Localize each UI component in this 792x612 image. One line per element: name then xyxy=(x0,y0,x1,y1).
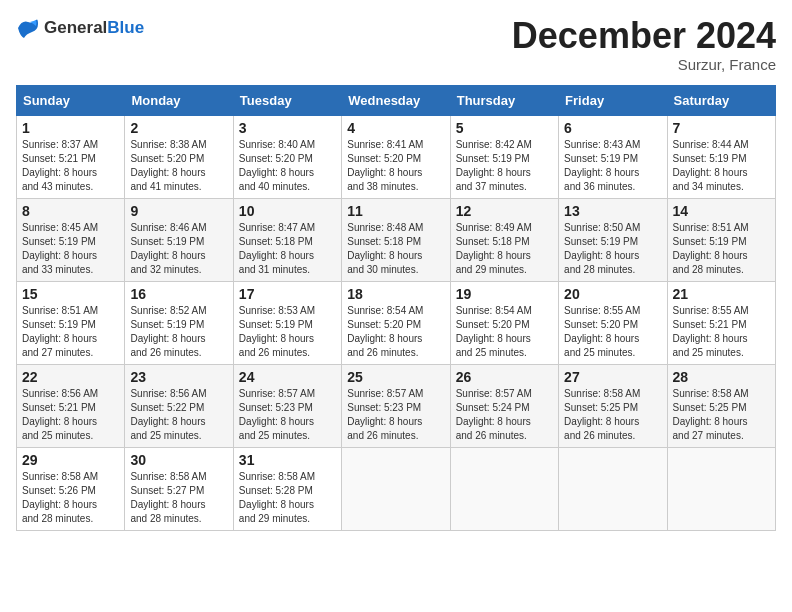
weekday-header-cell: Wednesday xyxy=(342,85,450,115)
day-detail: Sunrise: 8:41 AM Sunset: 5:20 PM Dayligh… xyxy=(347,138,444,194)
day-number: 28 xyxy=(673,369,770,385)
day-cell: 12Sunrise: 8:49 AM Sunset: 5:18 PM Dayli… xyxy=(450,198,558,281)
weekday-header-cell: Saturday xyxy=(667,85,775,115)
calendar-title-area: December 2024 Surzur, France xyxy=(512,16,776,73)
day-cell: 30Sunrise: 8:58 AM Sunset: 5:27 PM Dayli… xyxy=(125,447,233,530)
day-detail: Sunrise: 8:58 AM Sunset: 5:25 PM Dayligh… xyxy=(564,387,661,443)
day-number: 9 xyxy=(130,203,227,219)
calendar-table: SundayMondayTuesdayWednesdayThursdayFrid… xyxy=(16,85,776,531)
day-detail: Sunrise: 8:57 AM Sunset: 5:24 PM Dayligh… xyxy=(456,387,553,443)
day-detail: Sunrise: 8:46 AM Sunset: 5:19 PM Dayligh… xyxy=(130,221,227,277)
day-detail: Sunrise: 8:57 AM Sunset: 5:23 PM Dayligh… xyxy=(239,387,336,443)
day-cell: 31Sunrise: 8:58 AM Sunset: 5:28 PM Dayli… xyxy=(233,447,341,530)
day-detail: Sunrise: 8:53 AM Sunset: 5:19 PM Dayligh… xyxy=(239,304,336,360)
day-cell: 27Sunrise: 8:58 AM Sunset: 5:25 PM Dayli… xyxy=(559,364,667,447)
day-detail: Sunrise: 8:51 AM Sunset: 5:19 PM Dayligh… xyxy=(673,221,770,277)
month-title: December 2024 xyxy=(512,16,776,56)
day-detail: Sunrise: 8:48 AM Sunset: 5:18 PM Dayligh… xyxy=(347,221,444,277)
day-detail: Sunrise: 8:43 AM Sunset: 5:19 PM Dayligh… xyxy=(564,138,661,194)
calendar-week-row: 29Sunrise: 8:58 AM Sunset: 5:26 PM Dayli… xyxy=(17,447,776,530)
day-number: 6 xyxy=(564,120,661,136)
day-number: 4 xyxy=(347,120,444,136)
day-cell: 6Sunrise: 8:43 AM Sunset: 5:19 PM Daylig… xyxy=(559,115,667,198)
day-number: 3 xyxy=(239,120,336,136)
day-cell: 7Sunrise: 8:44 AM Sunset: 5:19 PM Daylig… xyxy=(667,115,775,198)
day-cell: 28Sunrise: 8:58 AM Sunset: 5:25 PM Dayli… xyxy=(667,364,775,447)
day-cell: 11Sunrise: 8:48 AM Sunset: 5:18 PM Dayli… xyxy=(342,198,450,281)
day-cell: 16Sunrise: 8:52 AM Sunset: 5:19 PM Dayli… xyxy=(125,281,233,364)
day-cell: 5Sunrise: 8:42 AM Sunset: 5:19 PM Daylig… xyxy=(450,115,558,198)
day-detail: Sunrise: 8:42 AM Sunset: 5:19 PM Dayligh… xyxy=(456,138,553,194)
day-number: 13 xyxy=(564,203,661,219)
day-cell: 10Sunrise: 8:47 AM Sunset: 5:18 PM Dayli… xyxy=(233,198,341,281)
logo-general: GeneralBlue xyxy=(44,18,144,38)
day-cell: 25Sunrise: 8:57 AM Sunset: 5:23 PM Dayli… xyxy=(342,364,450,447)
empty-cell xyxy=(342,447,450,530)
weekday-header-cell: Thursday xyxy=(450,85,558,115)
day-cell: 15Sunrise: 8:51 AM Sunset: 5:19 PM Dayli… xyxy=(17,281,125,364)
day-number: 16 xyxy=(130,286,227,302)
weekday-header-cell: Monday xyxy=(125,85,233,115)
day-number: 11 xyxy=(347,203,444,219)
day-number: 22 xyxy=(22,369,119,385)
day-cell: 4Sunrise: 8:41 AM Sunset: 5:20 PM Daylig… xyxy=(342,115,450,198)
location-title: Surzur, France xyxy=(512,56,776,73)
day-number: 25 xyxy=(347,369,444,385)
empty-cell xyxy=(667,447,775,530)
day-cell: 24Sunrise: 8:57 AM Sunset: 5:23 PM Dayli… xyxy=(233,364,341,447)
day-detail: Sunrise: 8:56 AM Sunset: 5:22 PM Dayligh… xyxy=(130,387,227,443)
day-number: 5 xyxy=(456,120,553,136)
day-number: 19 xyxy=(456,286,553,302)
day-number: 10 xyxy=(239,203,336,219)
day-number: 29 xyxy=(22,452,119,468)
day-detail: Sunrise: 8:49 AM Sunset: 5:18 PM Dayligh… xyxy=(456,221,553,277)
day-cell: 22Sunrise: 8:56 AM Sunset: 5:21 PM Dayli… xyxy=(17,364,125,447)
day-cell: 9Sunrise: 8:46 AM Sunset: 5:19 PM Daylig… xyxy=(125,198,233,281)
day-number: 20 xyxy=(564,286,661,302)
page-header: GeneralBlue December 2024 Surzur, France xyxy=(16,16,776,73)
day-detail: Sunrise: 8:37 AM Sunset: 5:21 PM Dayligh… xyxy=(22,138,119,194)
day-number: 27 xyxy=(564,369,661,385)
day-number: 26 xyxy=(456,369,553,385)
calendar-week-row: 8Sunrise: 8:45 AM Sunset: 5:19 PM Daylig… xyxy=(17,198,776,281)
weekday-header-cell: Sunday xyxy=(17,85,125,115)
day-detail: Sunrise: 8:51 AM Sunset: 5:19 PM Dayligh… xyxy=(22,304,119,360)
day-detail: Sunrise: 8:52 AM Sunset: 5:19 PM Dayligh… xyxy=(130,304,227,360)
day-detail: Sunrise: 8:58 AM Sunset: 5:25 PM Dayligh… xyxy=(673,387,770,443)
day-number: 18 xyxy=(347,286,444,302)
weekday-header-cell: Tuesday xyxy=(233,85,341,115)
calendar-week-row: 22Sunrise: 8:56 AM Sunset: 5:21 PM Dayli… xyxy=(17,364,776,447)
day-cell: 1Sunrise: 8:37 AM Sunset: 5:21 PM Daylig… xyxy=(17,115,125,198)
day-cell: 26Sunrise: 8:57 AM Sunset: 5:24 PM Dayli… xyxy=(450,364,558,447)
day-cell: 21Sunrise: 8:55 AM Sunset: 5:21 PM Dayli… xyxy=(667,281,775,364)
day-detail: Sunrise: 8:40 AM Sunset: 5:20 PM Dayligh… xyxy=(239,138,336,194)
day-cell: 29Sunrise: 8:58 AM Sunset: 5:26 PM Dayli… xyxy=(17,447,125,530)
day-detail: Sunrise: 8:56 AM Sunset: 5:21 PM Dayligh… xyxy=(22,387,119,443)
day-number: 31 xyxy=(239,452,336,468)
empty-cell xyxy=(559,447,667,530)
weekday-header-row: SundayMondayTuesdayWednesdayThursdayFrid… xyxy=(17,85,776,115)
calendar-body: 1Sunrise: 8:37 AM Sunset: 5:21 PM Daylig… xyxy=(17,115,776,530)
day-detail: Sunrise: 8:58 AM Sunset: 5:27 PM Dayligh… xyxy=(130,470,227,526)
day-cell: 19Sunrise: 8:54 AM Sunset: 5:20 PM Dayli… xyxy=(450,281,558,364)
day-cell: 18Sunrise: 8:54 AM Sunset: 5:20 PM Dayli… xyxy=(342,281,450,364)
day-detail: Sunrise: 8:58 AM Sunset: 5:26 PM Dayligh… xyxy=(22,470,119,526)
day-cell: 14Sunrise: 8:51 AM Sunset: 5:19 PM Dayli… xyxy=(667,198,775,281)
day-detail: Sunrise: 8:58 AM Sunset: 5:28 PM Dayligh… xyxy=(239,470,336,526)
day-cell: 20Sunrise: 8:55 AM Sunset: 5:20 PM Dayli… xyxy=(559,281,667,364)
day-number: 7 xyxy=(673,120,770,136)
day-number: 12 xyxy=(456,203,553,219)
day-number: 15 xyxy=(22,286,119,302)
day-number: 14 xyxy=(673,203,770,219)
day-number: 23 xyxy=(130,369,227,385)
day-number: 1 xyxy=(22,120,119,136)
calendar-week-row: 1Sunrise: 8:37 AM Sunset: 5:21 PM Daylig… xyxy=(17,115,776,198)
day-cell: 13Sunrise: 8:50 AM Sunset: 5:19 PM Dayli… xyxy=(559,198,667,281)
weekday-header-cell: Friday xyxy=(559,85,667,115)
day-number: 2 xyxy=(130,120,227,136)
day-detail: Sunrise: 8:44 AM Sunset: 5:19 PM Dayligh… xyxy=(673,138,770,194)
day-cell: 3Sunrise: 8:40 AM Sunset: 5:20 PM Daylig… xyxy=(233,115,341,198)
day-detail: Sunrise: 8:54 AM Sunset: 5:20 PM Dayligh… xyxy=(347,304,444,360)
day-number: 8 xyxy=(22,203,119,219)
logo-icon xyxy=(16,16,40,40)
